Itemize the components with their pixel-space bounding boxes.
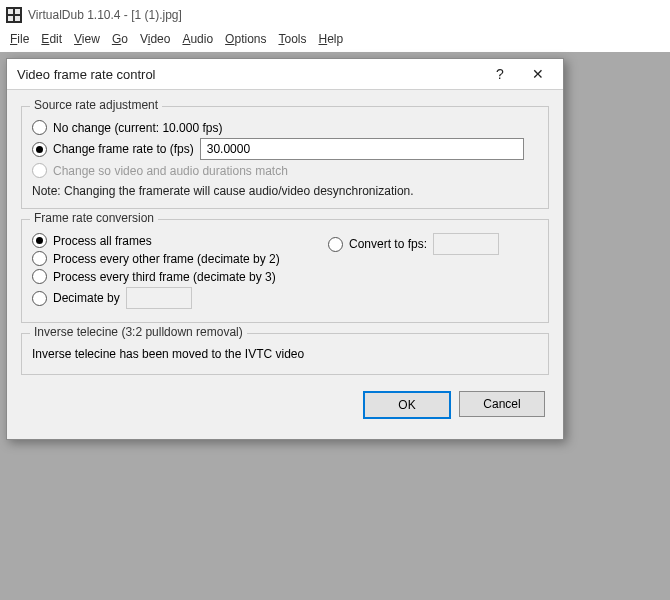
- radio-match-durations: [32, 163, 47, 178]
- menu-help[interactable]: Help: [319, 32, 344, 46]
- conversion-legend: Frame rate conversion: [30, 211, 158, 225]
- framerate-note: Note: Changing the framerate will cause …: [32, 184, 538, 198]
- dialog-buttons: OK Cancel: [19, 385, 551, 431]
- app-icon: [6, 7, 22, 23]
- menu-audio[interactable]: Audio: [182, 32, 213, 46]
- dialog-titlebar[interactable]: Video frame rate control ? ✕: [7, 59, 563, 90]
- label-change-fps: Change frame rate to (fps): [53, 142, 194, 156]
- label-match-durations: Change so video and audio durations matc…: [53, 164, 288, 178]
- menu-file[interactable]: File: [10, 32, 29, 46]
- menu-go[interactable]: Go: [112, 32, 128, 46]
- ivtc-group: Inverse telecine (3:2 pulldown removal) …: [21, 333, 549, 375]
- source-rate-legend: Source rate adjustment: [30, 98, 162, 112]
- ivtc-legend: Inverse telecine (3:2 pulldown removal): [30, 325, 247, 339]
- svg-rect-1: [8, 9, 13, 14]
- input-decimate-by[interactable]: [126, 287, 192, 309]
- input-change-fps[interactable]: 30.0000: [200, 138, 524, 160]
- radio-convert-fps[interactable]: [328, 237, 343, 252]
- radio-every-other[interactable]: [32, 251, 47, 266]
- label-every-other: Process every other frame (decimate by 2…: [53, 252, 280, 266]
- app-title: VirtualDub 1.10.4 - [1 (1).jpg]: [28, 8, 182, 22]
- cancel-button[interactable]: Cancel: [459, 391, 545, 417]
- ok-button[interactable]: OK: [363, 391, 451, 419]
- framerate-dialog: Video frame rate control ? ✕ Source rate…: [6, 58, 564, 440]
- main-titlebar: VirtualDub 1.10.4 - [1 (1).jpg]: [0, 0, 670, 28]
- label-process-all: Process all frames: [53, 234, 152, 248]
- help-icon[interactable]: ?: [481, 63, 519, 85]
- source-rate-group: Source rate adjustment No change (curren…: [21, 106, 549, 209]
- radio-process-all[interactable]: [32, 233, 47, 248]
- svg-rect-2: [15, 9, 20, 14]
- menu-view[interactable]: View: [74, 32, 100, 46]
- input-convert-fps[interactable]: [433, 233, 499, 255]
- radio-every-third[interactable]: [32, 269, 47, 284]
- label-every-third: Process every third frame (decimate by 3…: [53, 270, 276, 284]
- menu-video[interactable]: Video: [140, 32, 171, 46]
- ivtc-message: Inverse telecine has been moved to the I…: [32, 347, 304, 361]
- menu-tools[interactable]: Tools: [278, 32, 306, 46]
- radio-no-change[interactable]: [32, 120, 47, 135]
- menu-options[interactable]: Options: [225, 32, 266, 46]
- svg-rect-3: [8, 16, 13, 21]
- radio-decimate-by[interactable]: [32, 291, 47, 306]
- dialog-title: Video frame rate control: [17, 67, 481, 82]
- radio-change-fps[interactable]: [32, 142, 47, 157]
- svg-rect-4: [15, 16, 20, 21]
- menubar: File Edit View Go Video Audio Options To…: [0, 28, 670, 55]
- close-icon[interactable]: ✕: [519, 63, 557, 85]
- dialog-body: Source rate adjustment No change (curren…: [7, 90, 563, 439]
- label-convert-fps: Convert to fps:: [349, 237, 427, 251]
- label-decimate-by: Decimate by: [53, 291, 120, 305]
- label-no-change: No change (current: 10.000 fps): [53, 121, 222, 135]
- menu-edit[interactable]: Edit: [41, 32, 62, 46]
- conversion-group: Frame rate conversion Process all frames…: [21, 219, 549, 323]
